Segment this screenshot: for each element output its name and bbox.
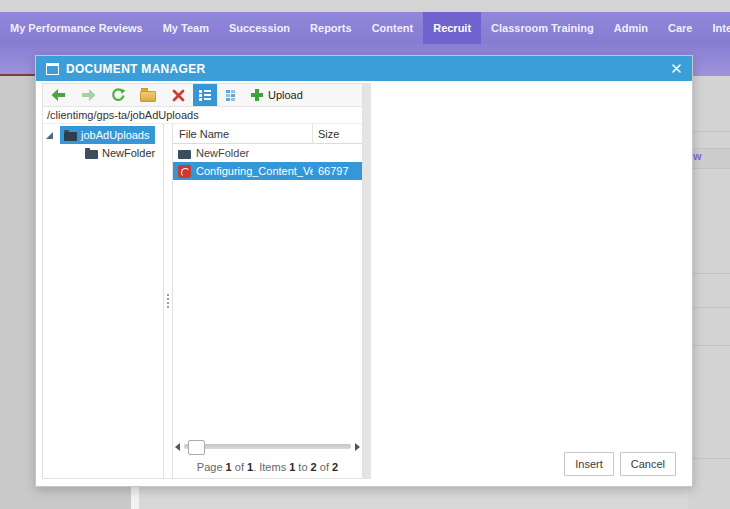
bg-row-line — [688, 273, 730, 274]
scroll-left-icon[interactable] — [175, 443, 180, 451]
dialog-title: DOCUMENT MANAGER — [66, 62, 205, 76]
folder-tree: jobAdUploads NewFolder — [43, 124, 163, 478]
refresh-icon — [110, 88, 126, 102]
tree-node-jobaduploads[interactable]: jobAdUploads — [43, 126, 163, 144]
close-icon[interactable] — [670, 63, 682, 75]
file-list: File Name Size NewFolder Configu — [173, 124, 362, 478]
nav-tab-succession[interactable]: Succession — [219, 12, 300, 44]
list-view-icon — [199, 90, 211, 101]
column-header-size[interactable]: Size — [313, 128, 362, 140]
top-nav: My Performance Reviews My Team Successio… — [0, 12, 730, 44]
nav-tab-classroom-training[interactable]: Classroom Training — [481, 12, 604, 44]
nav-tab-recruit[interactable]: Recruit — [423, 12, 481, 44]
background-table-edge: w — [688, 76, 730, 509]
scrollbar-track[interactable] — [184, 444, 351, 449]
nav-tab-care[interactable]: Care — [658, 12, 702, 44]
grid-view-icon — [226, 90, 235, 101]
nav-tab-my-performance-reviews[interactable]: My Performance Reviews — [0, 12, 153, 44]
cancel-button[interactable]: Cancel — [620, 452, 676, 476]
bg-row-line — [688, 168, 730, 169]
file-name: NewFolder — [196, 147, 249, 159]
column-header-file-name[interactable]: File Name — [173, 124, 313, 143]
document-manager-dialog: DOCUMENT MANAGER — [35, 55, 693, 487]
file-manager-toolbar: Upload — [43, 84, 362, 107]
bg-row-line — [688, 458, 730, 459]
file-size: 66797 — [313, 165, 362, 177]
nav-tab-admin[interactable]: Admin — [604, 12, 658, 44]
upload-label: Upload — [268, 89, 303, 101]
window-icon — [46, 63, 59, 75]
nav-tab-content[interactable]: Content — [362, 12, 424, 44]
dialog-titlebar[interactable]: DOCUMENT MANAGER — [36, 56, 692, 81]
tree-node-label: NewFolder — [102, 147, 155, 159]
new-folder-button[interactable] — [133, 84, 163, 106]
bg-row-line — [688, 131, 730, 132]
screen: My Performance Reviews My Team Successio… — [0, 0, 730, 509]
bg-row-line — [688, 307, 730, 308]
dialog-footer: Insert Cancel — [564, 452, 676, 476]
nav-tab-reports[interactable]: Reports — [300, 12, 362, 44]
scrollbar-thumb[interactable] — [188, 440, 205, 455]
folder-icon — [85, 150, 98, 159]
bg-row-line — [688, 148, 730, 149]
nav-tab-my-team[interactable]: My Team — [153, 12, 219, 44]
nav-tab-truncated[interactable]: Inte — [703, 12, 730, 44]
pane-splitter[interactable] — [163, 124, 173, 478]
list-view-button[interactable] — [193, 84, 217, 106]
tree-expand-icon[interactable] — [46, 132, 53, 139]
upload-plus-icon — [251, 89, 263, 101]
tree-node-newfolder[interactable]: NewFolder — [43, 144, 163, 162]
back-arrow-icon — [51, 89, 66, 101]
scroll-right-icon[interactable] — [355, 443, 360, 451]
folder-icon — [64, 132, 77, 141]
folder-icon — [178, 150, 191, 159]
file-list-header: File Name Size — [173, 124, 362, 144]
new-folder-icon — [140, 91, 156, 102]
bg-row-line — [688, 345, 730, 346]
file-manager-pane: Upload /clientimg/gps-ta/jobAdUploads jo… — [42, 83, 363, 479]
page-top-strip — [0, 0, 730, 12]
file-manager-content: jobAdUploads NewFolder File Name Size — [43, 124, 362, 478]
pagination-status: Page 1 of 1. Items 1 to 2 of 2 — [173, 461, 362, 473]
pdf-file-icon — [178, 165, 191, 178]
file-name: Configuring_Content_Vendo — [196, 165, 313, 177]
bg-partial-link[interactable]: w — [693, 150, 702, 162]
delete-button[interactable] — [163, 84, 193, 106]
tree-node-selected[interactable]: jobAdUploads — [60, 126, 155, 144]
file-row-selected[interactable]: Configuring_Content_Vendo 66797 — [173, 162, 362, 180]
path-bar[interactable]: /clientimg/gps-ta/jobAdUploads — [43, 107, 362, 124]
forward-button[interactable] — [73, 84, 103, 106]
horizontal-scrollbar[interactable] — [175, 439, 360, 454]
file-row-newfolder[interactable]: NewFolder — [173, 144, 362, 162]
tree-node-label: jobAdUploads — [81, 129, 150, 141]
insert-button[interactable]: Insert — [564, 452, 614, 476]
upload-button[interactable]: Upload — [243, 84, 311, 106]
grid-view-button[interactable] — [217, 84, 243, 106]
delete-icon — [172, 89, 185, 102]
refresh-button[interactable] — [103, 84, 133, 106]
pane-divider — [363, 83, 371, 479]
back-button[interactable] — [43, 84, 73, 106]
forward-arrow-icon — [81, 89, 96, 101]
